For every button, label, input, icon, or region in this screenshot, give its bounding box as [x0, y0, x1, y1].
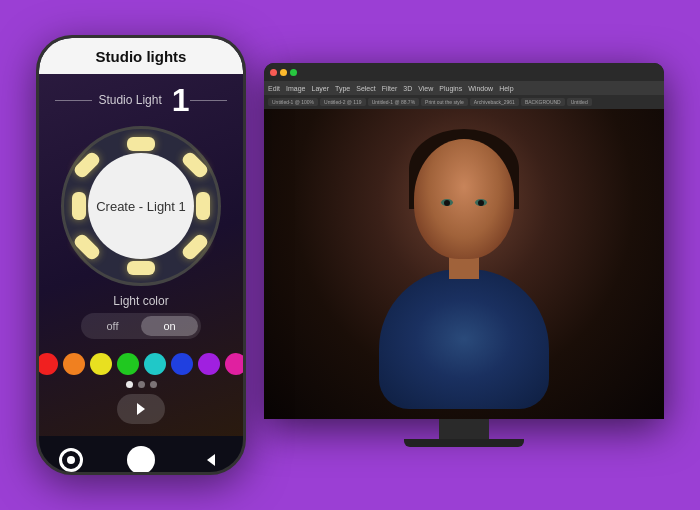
menu-plugins[interactable]: Plugins — [439, 85, 462, 92]
swatch-cyan[interactable] — [144, 353, 166, 375]
bulb-left — [72, 192, 86, 220]
bulb-top — [127, 137, 155, 151]
header-line-left — [55, 100, 92, 101]
phone-body: Studio Light 1 Create - Light 1 — [39, 74, 243, 436]
back-button[interactable] — [195, 444, 227, 475]
phone: Studio lights Studio Light 1 — [36, 35, 246, 475]
dot-1[interactable] — [126, 381, 133, 388]
monitor-base — [404, 439, 524, 447]
swatch-red[interactable] — [36, 353, 58, 375]
portrait-figure — [374, 119, 554, 409]
eyes-row — [429, 199, 499, 206]
studio-light-number: 1 — [172, 84, 190, 116]
traffic-light-minimize[interactable] — [280, 69, 287, 76]
menu-view[interactable]: View — [418, 85, 433, 92]
dot-2[interactable] — [138, 381, 145, 388]
bulb-right — [196, 192, 210, 220]
monitor-tabs: Untitled-1 @ 100% Untitled-2 @ 119 Untit… — [264, 95, 664, 109]
monitor-wrap: Edit Image Layer Type Select Filter 3D V… — [264, 63, 664, 447]
toggle-off-button[interactable]: off — [84, 316, 141, 336]
studio-light-header: Studio Light 1 — [51, 84, 231, 116]
light-color-label: Light color — [51, 294, 231, 308]
swatch-orange[interactable] — [63, 353, 85, 375]
swatch-blue[interactable] — [171, 353, 193, 375]
swatch-yellow[interactable] — [90, 353, 112, 375]
bulb-bottom — [127, 261, 155, 275]
swatch-purple[interactable] — [198, 353, 220, 375]
header-line-right — [190, 100, 227, 101]
tab-6[interactable]: BACKGROUND — [521, 98, 565, 106]
toggle-on-button[interactable]: on — [141, 316, 198, 336]
face — [414, 139, 514, 259]
phone-title-bar: Studio lights — [39, 38, 243, 74]
ring-light-container: Create - Light 1 — [61, 126, 221, 286]
swatch-green[interactable] — [117, 353, 139, 375]
light-color-section: Light color off on — [51, 294, 231, 339]
eye-right — [475, 199, 487, 206]
menu-help[interactable]: Help — [499, 85, 513, 92]
monitor-stand — [439, 419, 489, 439]
menu-type[interactable]: Type — [335, 85, 350, 92]
monitor-canvas — [264, 109, 664, 419]
dot-3[interactable] — [150, 381, 157, 388]
target-button[interactable] — [55, 444, 87, 475]
eye-left — [441, 199, 453, 206]
traffic-light-close[interactable] — [270, 69, 277, 76]
menu-window[interactable]: Window — [468, 85, 493, 92]
monitor-title-bar — [264, 63, 664, 81]
traffic-light-maximize[interactable] — [290, 69, 297, 76]
monitor: Edit Image Layer Type Select Filter 3D V… — [264, 63, 664, 419]
tab-1[interactable]: Untitled-1 @ 100% — [268, 98, 318, 106]
tab-4[interactable]: Print out the style — [421, 98, 468, 106]
menu-edit[interactable]: Edit — [268, 85, 280, 92]
scarf — [379, 269, 549, 409]
menu-image[interactable]: Image — [286, 85, 305, 92]
scene: Studio lights Studio Light 1 — [36, 35, 664, 475]
menu-layer[interactable]: Layer — [312, 85, 330, 92]
color-toggle-row: off on — [81, 313, 201, 339]
target-icon — [59, 448, 83, 472]
tab-2[interactable]: Untitled-2 @ 119 — [320, 98, 366, 106]
ring-center-label: Create - Light 1 — [96, 199, 186, 214]
portrait-photo — [264, 109, 664, 419]
studio-light-label: Studio Light — [98, 93, 161, 107]
bulb-bottom-right — [180, 232, 210, 262]
chevron-left-icon — [207, 454, 215, 466]
menu-filter[interactable]: Filter — [382, 85, 398, 92]
menu-select[interactable]: Select — [356, 85, 375, 92]
swatch-pink[interactable] — [225, 353, 247, 375]
color-swatches-row — [36, 353, 246, 375]
tab-3[interactable]: Untitled-1 @ 88.7% — [368, 98, 419, 106]
shutter-button[interactable] — [127, 446, 155, 474]
ring-outer: Create - Light 1 — [61, 126, 221, 286]
monitor-menu-bar: Edit Image Layer Type Select Filter 3D V… — [264, 81, 664, 95]
tab-7[interactable]: Untitled — [567, 98, 592, 106]
pagination-dots — [126, 381, 157, 388]
next-page-button[interactable] — [117, 394, 165, 424]
tab-5[interactable]: Archiveback_2961 — [470, 98, 519, 106]
app-title: Studio lights — [96, 48, 187, 65]
arrow-right-icon — [137, 403, 145, 415]
phone-bottom-bar — [39, 436, 243, 475]
ring-inner[interactable]: Create - Light 1 — [88, 153, 194, 259]
menu-3d[interactable]: 3D — [403, 85, 412, 92]
